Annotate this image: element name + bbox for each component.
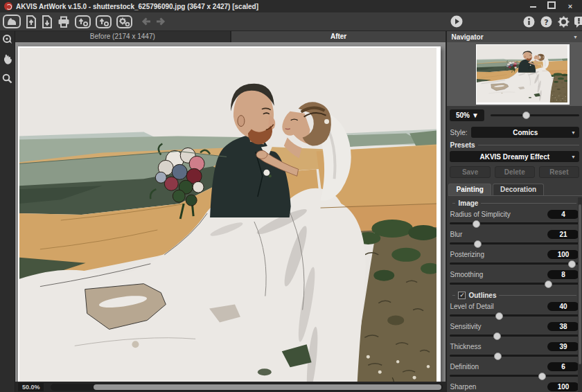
navigator-collapse-icon[interactable]: ▼	[573, 35, 578, 39]
slider-track[interactable]	[450, 220, 579, 228]
presets-group-label: Presets	[447, 139, 582, 150]
slider-row: Blur 21	[450, 229, 579, 248]
panel-scrollbar[interactable]	[578, 197, 582, 392]
slider-track[interactable]	[450, 372, 579, 380]
slider-handle[interactable]	[493, 332, 501, 340]
slider-value-box[interactable]: 100	[547, 382, 579, 391]
close-button[interactable]: ×	[563, 0, 578, 12]
title-bar: AKVIS ArtWork v.15.0 - shutterstock_6257…	[0, 0, 582, 12]
slider-label: Posterizing	[450, 251, 484, 258]
slider-track[interactable]	[450, 332, 579, 340]
feedback-icon[interactable]	[574, 15, 582, 28]
slider-value-box[interactable]: 21	[547, 230, 579, 239]
navigator-thumbnail[interactable]	[476, 44, 570, 105]
slider-handle[interactable]	[473, 220, 480, 228]
slider-track[interactable]	[450, 240, 579, 248]
slider-row: Definition 6	[450, 362, 579, 380]
slider-row: Level of Detail 40	[450, 301, 579, 320]
panel-scrollbar-thumb[interactable]	[579, 204, 581, 364]
slider-row: Thickness 39	[450, 341, 579, 360]
outlines-checkbox[interactable]: ✓	[458, 292, 466, 299]
maximize-button[interactable]	[544, 0, 559, 12]
navigator-zoom-handle[interactable]	[522, 112, 530, 119]
slider-value-box[interactable]: 8	[547, 270, 579, 279]
delete-button[interactable]: Delete	[495, 166, 535, 178]
slider-value-box[interactable]: 6	[547, 362, 579, 371]
artwork-logo-icon[interactable]	[3, 15, 21, 28]
image-frame	[18, 46, 441, 382]
navigator-zoom-slider[interactable]	[491, 114, 579, 116]
print-icon[interactable]	[58, 15, 70, 28]
slider-handle[interactable]	[495, 312, 503, 320]
open-image-icon[interactable]	[26, 15, 37, 28]
slider-handle[interactable]	[545, 280, 552, 288]
minimize-button[interactable]	[525, 0, 540, 12]
tab-painting[interactable]: Painting	[448, 184, 491, 195]
zoom-tool-icon[interactable]	[2, 73, 12, 87]
tab-after[interactable]: After	[231, 31, 446, 42]
navigator-title: Navigator	[451, 33, 483, 41]
quick-preview-icon[interactable]	[2, 34, 12, 47]
batch-settings-icon[interactable]	[116, 15, 132, 28]
slider-value-box[interactable]: 4	[547, 210, 579, 219]
help-icon[interactable]: ?	[540, 15, 552, 28]
slider-handle[interactable]	[568, 260, 576, 268]
slider-value-box[interactable]: 100	[547, 250, 579, 259]
horizontal-scrollbar[interactable]	[51, 384, 443, 391]
chevron-down-icon: ▼	[571, 130, 576, 135]
slider-track[interactable]	[450, 312, 579, 320]
navigator-preview-area	[447, 42, 582, 106]
slider-track[interactable]	[450, 260, 579, 268]
slider-label: Level of Detail	[450, 303, 493, 310]
slider-handle[interactable]	[494, 353, 502, 360]
slider-label: Smoothing	[450, 271, 483, 278]
undo-icon[interactable]	[141, 15, 151, 28]
tab-before[interactable]: Before (2174 x 1447)	[15, 31, 230, 42]
style-label: Style:	[450, 129, 467, 136]
slider-label: Sharpen	[450, 383, 476, 391]
window-title: AKVIS ArtWork v.15.0 - shutterstock_6257…	[16, 3, 258, 10]
slider-value-box[interactable]: 38	[547, 322, 579, 331]
slider-label: Sensitivity	[450, 323, 481, 330]
preferences-gear-icon[interactable]	[558, 15, 570, 28]
zoom-select-value: 50%	[456, 112, 470, 119]
preset-dropdown[interactable]: AKVIS Dreamy Effect ▼	[450, 151, 579, 162]
import-presets-icon[interactable]	[75, 15, 91, 28]
tab-decoration[interactable]: Decoration	[493, 184, 544, 195]
status-bar: 50.0%	[15, 382, 446, 392]
style-value: Comics	[471, 129, 579, 136]
slider-track[interactable]	[450, 352, 579, 360]
group-title: Outlines	[468, 292, 496, 299]
preset-value: AKVIS Dreamy Effect	[450, 153, 579, 161]
hand-tool-icon[interactable]	[2, 53, 12, 67]
group-header-outlines: ✓Outlines	[450, 289, 579, 301]
slider-groups: Image Radius of Simplicity 4 Blur 21 Pos…	[447, 196, 582, 392]
style-row: Style: Comics ▼	[447, 124, 582, 139]
style-dropdown[interactable]: Comics ▼	[471, 127, 579, 138]
navigator-header[interactable]: Navigator ▼	[447, 31, 582, 42]
slider-label: Definition	[450, 363, 479, 371]
save-button[interactable]: Save	[450, 166, 490, 178]
slider-track[interactable]	[450, 280, 579, 288]
slider-handle[interactable]	[474, 240, 482, 248]
info-icon[interactable]	[523, 15, 535, 28]
redo-icon[interactable]	[156, 15, 166, 28]
image-canvas[interactable]	[15, 42, 446, 382]
group-title: Image	[458, 199, 478, 207]
slider-label: Radius of Simplicity	[450, 211, 510, 218]
zoom-select[interactable]: 50% ▼	[450, 109, 484, 121]
export-presets-icon[interactable]	[96, 15, 112, 28]
main-toolbar: ?	[0, 12, 582, 31]
slider-row: Sharpen 100	[450, 382, 579, 392]
slider-value-box[interactable]: 40	[547, 302, 579, 311]
run-button[interactable]	[450, 15, 463, 28]
slider-row: Sensitivity 38	[450, 321, 579, 340]
save-image-icon[interactable]	[42, 15, 53, 28]
horizontal-scrollbar-thumb[interactable]	[94, 384, 441, 390]
slider-row: Smoothing 8	[450, 269, 579, 288]
slider-value-box[interactable]: 39	[547, 342, 579, 351]
navigator-zoom-row: 50% ▼	[447, 106, 582, 124]
tool-strip	[0, 31, 15, 392]
slider-handle[interactable]	[538, 373, 546, 380]
reset-button[interactable]: Reset	[539, 166, 579, 178]
